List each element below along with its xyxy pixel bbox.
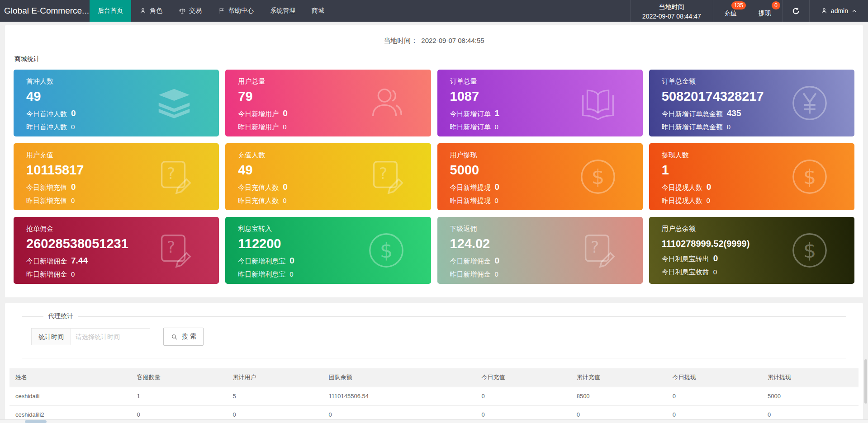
card-yesterday-label: 今日利息宝收益 — [662, 268, 709, 277]
card-today-label: 今日新增订单总金额 — [662, 110, 723, 118]
horizontal-scrollbar[interactable] — [0, 419, 868, 423]
card-today-value: 7.44 — [71, 256, 88, 266]
card-yesterday-value: 0 — [713, 268, 717, 276]
stat-card-5: 用户充值10115817今日新增充值0昨日新增充值0 — [14, 143, 219, 210]
card-icon-box — [788, 229, 831, 272]
nav-tab-4[interactable]: 帮助中心 — [210, 0, 262, 22]
card-today-label: 今日新增订单 — [450, 110, 491, 118]
card-yesterday-label: 昨日新增充值 — [26, 197, 67, 205]
vertical-scrollbar-thumb[interactable] — [864, 359, 867, 404]
table-cell: 0 — [475, 387, 570, 405]
table-cell: 1 — [131, 387, 227, 405]
table-row-1: ceshidaili151110145506.540850005000 — [9, 387, 859, 405]
stat-cards-grid: 首冲人数49今日首冲人数0昨日首冲人数0用户总量79今日新增用户0昨日新增用户0… — [14, 70, 854, 284]
stat-card-7: 用户提现5000今日新增提现0昨日新增提现0 — [437, 143, 643, 210]
agent-table: 姓名客服数量累计用户团队余额今日充值累计充值今日提现累计提现 ceshidail… — [9, 368, 859, 423]
card-yesterday-value: 0 — [495, 123, 498, 131]
card-icon-box — [153, 155, 195, 198]
card-today-label: 今日新增充值 — [26, 183, 67, 192]
refresh-button[interactable] — [782, 0, 810, 22]
card-icon-box — [365, 82, 408, 124]
layers-icon — [153, 82, 195, 124]
table-header-cell: 累计用户 — [227, 368, 323, 387]
card-icon-box — [788, 82, 831, 124]
card-yesterday-label: 昨日新增订单总金额 — [662, 123, 723, 132]
recharge-notice[interactable]: 充值 135 — [713, 0, 748, 22]
flag-icon — [218, 7, 225, 14]
card-yesterday-value: 0 — [727, 123, 730, 131]
card-yesterday-value: 0 — [283, 123, 286, 131]
card-icon-box — [577, 82, 619, 124]
stat-card-3: 订单总量1087今日新增订单1昨日新增订单0 — [437, 70, 643, 136]
card-yesterday-label: 昨日充值人数 — [238, 197, 279, 205]
table-header-row: 姓名客服数量累计用户团队余额今日充值累计充值今日提现累计提现 — [9, 368, 859, 387]
question-doc-icon — [153, 229, 195, 272]
agent-stats-fieldset: 代理统计 统计时间 搜 索 — [22, 312, 846, 358]
card-today-value: 0 — [71, 182, 76, 192]
card-today-label: 今日新增佣金 — [450, 257, 491, 266]
card-today-value: 0 — [495, 182, 500, 192]
nav-tab-5[interactable]: 系统管理 — [262, 0, 304, 22]
panel-local-time-value: 2022-09-07 08:44:55 — [421, 37, 484, 44]
filter-row: 统计时间 搜 索 — [31, 328, 846, 346]
nav-tab-label: 系统管理 — [270, 7, 295, 15]
horizontal-scrollbar-thumb[interactable] — [25, 420, 47, 423]
card-yesterday-label: 昨日新增利息宝 — [238, 270, 285, 279]
card-yesterday-value: 0 — [71, 197, 75, 204]
dollar-icon — [365, 229, 408, 272]
main-nav: 后台首页角色交易帮助中心系统管理商城 — [90, 0, 332, 22]
dollar-icon — [577, 155, 619, 198]
nav-tab-label: 角色 — [150, 7, 162, 15]
table-header-cell: 团队余额 — [323, 368, 476, 387]
card-today-label: 今日提现人数 — [662, 183, 702, 192]
nav-tab-6[interactable]: 商城 — [304, 0, 332, 22]
card-today-value: 0 — [283, 182, 288, 192]
local-time-label: 当地时间 — [642, 2, 701, 12]
nav-tab-3[interactable]: 交易 — [171, 0, 210, 22]
card-today-value: 0 — [495, 256, 500, 266]
dollar-icon — [788, 155, 831, 198]
nav-tab-label: 帮助中心 — [228, 7, 254, 15]
table-cell: 5 — [227, 387, 323, 405]
card-yesterday-value: 0 — [495, 197, 498, 204]
yen-icon — [788, 82, 831, 124]
search-button[interactable]: 搜 索 — [163, 328, 204, 346]
recharge-label: 充值 — [724, 9, 737, 18]
card-yesterday-label: 昨日新增订单 — [450, 123, 491, 132]
withdraw-notice[interactable]: 提现 0 — [748, 0, 782, 22]
panel-local-time: 当地时间：2022-09-07 08:44:55 — [14, 25, 854, 45]
table-header-cell: 累计提现 — [762, 368, 859, 387]
recharge-badge: 135 — [731, 1, 746, 9]
panel-local-time-label: 当地时间： — [384, 37, 417, 44]
table-cell: 0 — [667, 387, 762, 405]
card-icon-box — [577, 229, 619, 272]
user-menu[interactable]: admin — [810, 0, 868, 22]
withdraw-label: 提现 — [759, 9, 771, 18]
card-today-label: 今日新增用户 — [238, 110, 279, 118]
card-yesterday-label: 昨日新增佣金 — [26, 270, 67, 279]
stat-card-8: 提现人数1今日提现人数0昨日提现人数0 — [649, 143, 854, 210]
withdraw-badge: 0 — [772, 1, 780, 9]
top-navbar: Global E-Commerce... 后台首页角色交易帮助中心系统管理商城 … — [0, 0, 868, 22]
table-cell: ceshidaili — [9, 387, 131, 405]
nav-tab-2[interactable]: 角色 — [131, 0, 171, 22]
nav-tab-1[interactable]: 后台首页 — [90, 0, 131, 22]
table-cell: 8500 — [571, 387, 667, 405]
stat-time-input[interactable] — [71, 328, 150, 345]
nav-tab-label: 交易 — [189, 7, 202, 15]
question-doc-icon — [365, 155, 408, 198]
card-today-label: 今日新增佣金 — [26, 257, 67, 266]
card-today-label: 今日新增利息宝 — [238, 257, 285, 266]
fieldset-legend: 代理统计 — [43, 312, 78, 320]
card-today-value: 0 — [713, 254, 718, 263]
book-icon — [577, 82, 619, 124]
stat-card-1: 首冲人数49今日首冲人数0昨日首冲人数0 — [14, 70, 219, 136]
table-header-cell: 客服数量 — [131, 368, 227, 387]
stat-card-9: 抢单佣金26028538051231今日新增佣金7.44昨日新增佣金0 — [14, 217, 219, 284]
card-today-value: 1 — [495, 108, 500, 118]
refresh-icon — [792, 7, 800, 15]
nav-tab-label: 后台首页 — [98, 7, 123, 15]
dollar-icon — [788, 229, 831, 272]
card-icon-box — [365, 155, 408, 198]
app-brand[interactable]: Global E-Commerce... — [0, 0, 90, 22]
